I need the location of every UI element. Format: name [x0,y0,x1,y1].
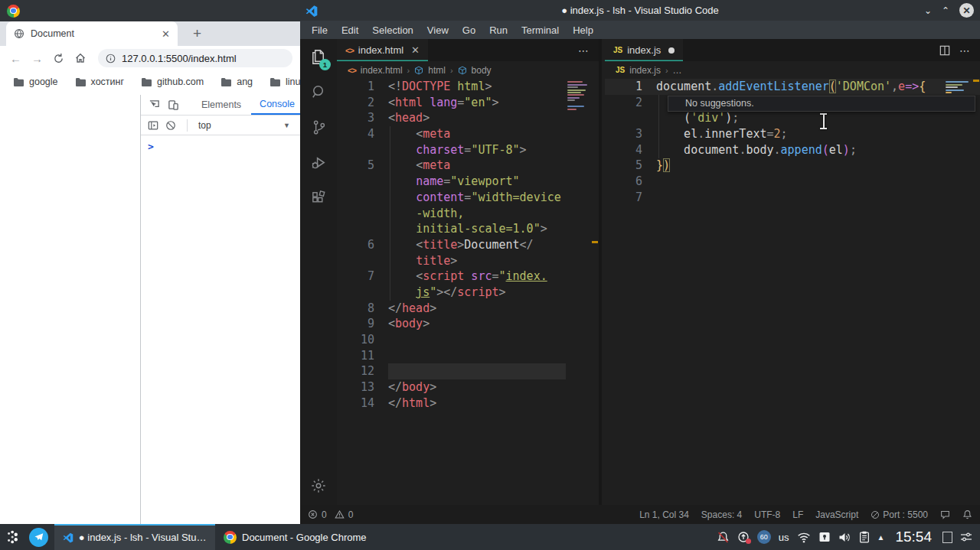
more-actions-icon[interactable]: ⋯ [578,44,590,57]
home-icon[interactable] [74,52,87,64]
tab-elements[interactable]: Elements [193,95,250,115]
forward-icon[interactable]: → [31,52,43,65]
new-tab-button[interactable]: + [188,24,206,44]
menu-item[interactable]: View [420,24,456,36]
editor-html[interactable]: 1<!DOCTYPE html>2<html lang="en">3<head>… [337,79,599,505]
clear-console-icon[interactable] [165,120,176,131]
search-icon[interactable] [300,74,337,109]
run-debug-icon[interactable] [300,145,337,180]
code-line[interactable]: 13</body> [337,379,599,395]
code-line[interactable]: 3<head> [337,110,599,126]
cursor-position[interactable]: Ln 1, Col 34 [639,509,689,520]
eol[interactable]: LF [792,509,803,520]
maximize-button[interactable]: ⌃ [942,5,949,16]
unsaved-dot-icon[interactable] [668,47,675,54]
code-line[interactable]: initial-scale=1.0"> [337,221,599,237]
url-text[interactable]: 127.0.0.1:5500/index.html [122,53,237,64]
chrome-titlebar[interactable] [0,0,300,21]
code-line[interactable]: 11 [337,348,599,364]
menu-item[interactable]: Help [566,24,600,36]
language-mode[interactable]: JavaScript [815,509,858,520]
code-line[interactable]: title> [337,253,599,269]
editor-js[interactable]: No suggestions. 1document.addEventListen… [605,79,980,505]
volume-icon[interactable] [838,532,851,543]
address-bar[interactable]: 127.0.0.1:5500/index.html [98,49,292,67]
minimize-button[interactable]: ⌄ [924,5,932,16]
code-line[interactable]: 6 [605,174,980,190]
breadcrumb[interactable]: <> index.html › html › body [337,61,599,79]
clock[interactable]: 15:54 [895,529,932,545]
updates-icon[interactable] [737,531,750,543]
telegram-icon[interactable] [29,528,48,547]
code-line[interactable]: 3 el.innerText=2; [605,126,980,142]
code-line[interactable]: charset="UTF-8"> [337,142,599,158]
menu-item[interactable]: Terminal [514,24,566,36]
bookmark-folder[interactable]: github.com [141,76,204,87]
bookmark-folder[interactable]: хостинг [75,76,124,87]
minimap[interactable] [943,80,971,94]
tray-badge-60[interactable]: 60 [757,530,771,544]
menu-item[interactable]: Run [482,24,514,36]
keyboard-layout[interactable]: us [779,532,789,543]
code-line[interactable]: name="viewport" [337,174,599,190]
code-line[interactable]: 6 <title>Document</ [337,237,599,253]
code-line[interactable]: 7 <script src="index. [337,268,599,285]
code-line[interactable]: 4 <meta [337,126,599,142]
app-launcher-icon[interactable] [0,524,28,550]
code-line[interactable]: 9<body> [337,316,599,332]
taskbar-item-chrome[interactable]: Document - Google Chrome [215,524,375,550]
device-toolbar-icon[interactable] [165,99,182,111]
source-control-icon[interactable] [300,109,337,145]
menu-item[interactable]: File [305,24,335,36]
code-line[interactable]: 1<!DOCTYPE html> [337,79,599,95]
settings-gear-icon[interactable] [300,477,337,494]
context-selector[interactable]: top ▼ [198,120,293,131]
menu-item[interactable]: Go [456,24,482,36]
back-icon[interactable]: ← [10,52,21,65]
encoding[interactable]: UTF-8 [754,509,780,520]
code-line[interactable]: 14</html> [337,395,599,412]
wifi-icon[interactable] [797,532,811,543]
notifications-muted-icon[interactable] [717,531,730,544]
menu-item[interactable]: Edit [335,24,365,36]
explorer-icon[interactable]: 1 [300,39,337,74]
indentation[interactable]: Spaces: 4 [701,509,742,520]
feedback-icon[interactable] [940,509,950,519]
code-line[interactable]: 8</head> [337,301,599,317]
console-sidebar-icon[interactable] [148,120,158,131]
menu-item[interactable]: Selection [365,24,420,36]
code-line[interactable]: ('div'); [605,110,980,126]
vault-icon[interactable] [818,531,831,543]
chrome-tab-document[interactable]: Document ✕ [6,21,178,46]
error-count[interactable]: 0 [322,509,327,520]
code-line[interactable]: 7 [605,190,980,206]
console-prompt[interactable]: > [141,135,300,152]
code-line[interactable]: -width, [337,206,599,222]
code-line[interactable]: 5 <meta [337,158,599,174]
more-actions-icon[interactable]: ⋯ [959,44,971,57]
tab-index-js[interactable]: JS index.js [605,39,683,61]
errors-icon[interactable] [308,509,318,519]
code-line[interactable]: js"></script> [337,285,599,301]
tab-index-html[interactable]: <> index.html ✕ [337,39,428,61]
code-line[interactable]: 10 [337,332,599,348]
minimap[interactable] [565,80,593,111]
warnings-icon[interactable] [335,509,345,519]
clipboard-icon[interactable] [859,531,870,543]
settings-slider-icon[interactable] [960,532,972,542]
notifications-bell-icon[interactable] [962,509,972,519]
code-line[interactable]: 2<html lang="en"> [337,95,599,111]
show-desktop-icon[interactable] [942,532,952,543]
tab-console[interactable]: Console [251,95,303,115]
reload-icon[interactable] [53,53,64,64]
bookmark-folder[interactable]: google [13,76,58,87]
tab-close-icon[interactable]: ✕ [411,44,420,56]
split-editor-icon[interactable] [939,45,950,56]
bookmark-folder[interactable]: ang [220,76,253,87]
code-line[interactable]: 1document.addEventListener('DOMCon',e=>{ [605,79,980,95]
tray-expand-icon[interactable]: ▲ [877,533,885,542]
vscode-titlebar[interactable]: ● index.js - lsh - Visual Studio Code ⌄ … [300,0,980,21]
extensions-icon[interactable] [300,180,337,215]
site-info-icon[interactable] [106,54,116,63]
close-button[interactable]: ✕ [959,3,974,18]
